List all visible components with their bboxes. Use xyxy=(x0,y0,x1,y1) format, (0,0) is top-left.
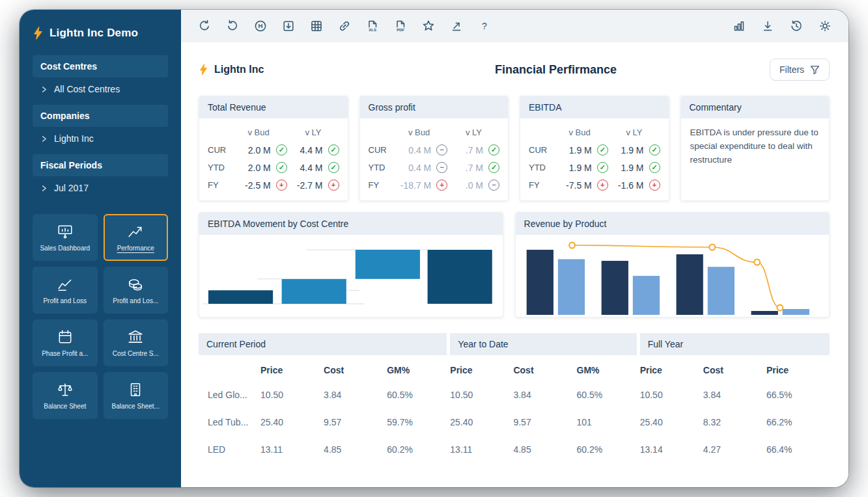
kpi-value: 2.0 M xyxy=(248,163,271,173)
star-icon[interactable] xyxy=(422,20,435,33)
lightning-bolt-icon xyxy=(33,27,44,40)
status-icon: ✓ xyxy=(488,144,499,155)
presentation-chart-icon xyxy=(57,223,74,240)
svg-text:?: ? xyxy=(482,21,487,31)
main-panel: H XLS PDF ? Lightn Inc xyxy=(181,10,848,487)
revenue-by-product-chart[interactable] xyxy=(516,235,829,317)
status-icon: + xyxy=(649,180,660,191)
coins-icon xyxy=(127,276,144,293)
tile-label: Cost Centre S... xyxy=(113,350,159,357)
page-title: Financial Perfirmance xyxy=(342,63,770,77)
filters-button[interactable]: Filters xyxy=(770,59,830,81)
table-row[interactable]: Led Tub...25.409.5759.7%25.409.5710125.4… xyxy=(199,409,830,436)
kpi-row-label: CUR xyxy=(529,142,556,158)
status-icon: ✓ xyxy=(328,162,339,173)
tile-cost-centre-summary[interactable]: Cost Centre S... xyxy=(104,319,169,366)
tile-sales-dashboard[interactable]: Sales Dashboard xyxy=(33,214,98,261)
col-head-vly: v LY xyxy=(287,122,339,141)
kpi-row-label: YTD xyxy=(208,159,235,176)
tile-phase-profit[interactable]: Phase Profit a... xyxy=(33,319,98,366)
sidebar-item-all-cost-centres[interactable]: All Cost Centres xyxy=(33,77,168,101)
history-icon[interactable] xyxy=(790,20,803,33)
calendar-icon xyxy=(57,329,74,345)
table-export-icon[interactable] xyxy=(310,20,323,33)
group-current-period[interactable]: Current Period xyxy=(199,333,447,355)
content: Lightn Inc Financial Perfirmance Filters… xyxy=(181,42,848,487)
kpi-value: 1.9 M xyxy=(569,163,592,173)
charts-row: EBITDA Movement by Cost Centre Revenue b… xyxy=(199,212,830,317)
line-chart-icon xyxy=(57,276,74,293)
kpi-row-label: YTD xyxy=(369,159,396,176)
link-icon[interactable] xyxy=(338,20,351,33)
status-icon: ✓ xyxy=(597,162,608,173)
card-title: EBITDA xyxy=(520,96,669,118)
tile-label: Profit and Los... xyxy=(113,297,158,304)
tile-balance-sheet[interactable]: Balance Sheet xyxy=(33,372,98,419)
tile-balance-sheet-2[interactable]: Balance Sheet... xyxy=(104,372,169,419)
commentary-card: Commentary EBITDA is under pressure due … xyxy=(680,96,830,201)
undo-icon[interactable] xyxy=(226,20,239,33)
card-title: Revenue by Product xyxy=(516,213,829,235)
kpi-row-label: CUR xyxy=(208,142,235,158)
status-icon: − xyxy=(436,162,447,173)
pdf-file-icon[interactable]: PDF xyxy=(394,20,407,33)
pricing-table: Current Period Year to Date Full Year Pr… xyxy=(199,333,830,463)
bank-icon xyxy=(127,329,144,345)
funnel-icon xyxy=(810,65,820,75)
h-circle-icon[interactable]: H xyxy=(254,20,267,33)
report-brand-label: Lightn Inc xyxy=(214,64,264,75)
tile-profit-and-loss-2[interactable]: Profit and Los... xyxy=(104,267,169,314)
tile-profit-and-loss[interactable]: Profit and Loss xyxy=(33,267,98,314)
revenue-svg xyxy=(516,235,829,317)
sidebar-item-label: Jul 2017 xyxy=(54,183,89,193)
settings-gear-icon[interactable] xyxy=(819,20,832,33)
commentary-text: EBITDA is under pressure due to special … xyxy=(681,118,830,175)
waterfall-chart-card: EBITDA Movement by Cost Centre xyxy=(199,212,503,317)
tile-performance[interactable]: Performance xyxy=(104,214,169,261)
toolbar: H XLS PDF ? xyxy=(181,10,848,42)
kpi-value: -2.5 M xyxy=(245,180,271,191)
sidebar-section-companies[interactable]: Companies xyxy=(33,105,168,127)
waterfall-svg xyxy=(199,235,503,317)
group-full-year[interactable]: Full Year xyxy=(640,333,830,355)
redo-icon[interactable] xyxy=(198,20,211,33)
toolbar-left: H XLS PDF ? xyxy=(198,20,491,33)
tile-label: Sales Dashboard xyxy=(40,245,90,252)
sidebar-item-lightn-inc[interactable]: Lightn Inc xyxy=(33,127,168,150)
table-body: Led Glo...10.503.8460.5%10.503.8460.5%10… xyxy=(199,381,830,463)
status-icon: ✓ xyxy=(649,162,660,173)
sidebar-item-label: Lightn Inc xyxy=(54,133,94,144)
revenue-chart-card: Revenue by Product xyxy=(515,212,830,317)
status-icon: ✓ xyxy=(597,144,608,155)
sidebar-tiles: Sales Dashboard Performance Profit and L… xyxy=(33,214,168,419)
download-icon[interactable] xyxy=(761,20,774,33)
open-external-icon[interactable] xyxy=(450,20,463,33)
download-box-icon[interactable] xyxy=(282,20,295,33)
kpi-value: -2.7 M xyxy=(297,180,323,191)
table-row[interactable]: LED13.114.8560.2%13.114.8560.2%13.144.27… xyxy=(199,436,830,463)
tile-label: Balance Sheet xyxy=(44,403,86,410)
kpi-value: 1.9 M xyxy=(621,145,643,155)
status-icon: ✓ xyxy=(488,162,499,173)
status-icon: ✓ xyxy=(276,144,287,155)
sidebar-section-fiscal-periods[interactable]: Fiscal Periods xyxy=(33,154,168,176)
kpi-value: 0.4 M xyxy=(408,145,431,155)
kpi-row-label: YTD xyxy=(529,159,556,176)
xls-file-icon[interactable]: XLS xyxy=(366,20,379,33)
help-icon[interactable]: ? xyxy=(478,20,491,33)
app-window: Lightn Inc Demo Cost Centres All Cost Ce… xyxy=(20,10,848,487)
toolbar-right xyxy=(733,20,832,33)
status-icon: − xyxy=(488,180,499,191)
waterfall-chart[interactable] xyxy=(199,235,503,317)
kpi-value: 1.9 M xyxy=(621,163,643,173)
kpi-row-label: FY xyxy=(529,177,556,193)
table-row[interactable]: Led Glo...10.503.8460.5%10.503.8460.5%10… xyxy=(199,381,830,409)
group-year-to-date[interactable]: Year to Date xyxy=(450,333,636,355)
kpi-card-ebitda: EBITDA v Bud v LY CUR 1.9 M✓ 1.9 M✓ YTD … xyxy=(520,96,669,201)
sidebar-item-jul-2017[interactable]: Jul 2017 xyxy=(33,176,168,200)
bar-chart-icon[interactable] xyxy=(733,20,746,33)
col-head-vly: v LY xyxy=(608,122,660,141)
card-title: Total Revenue xyxy=(199,96,348,118)
chevron-right-icon xyxy=(40,185,48,192)
sidebar-section-cost-centres[interactable]: Cost Centres xyxy=(33,55,168,77)
